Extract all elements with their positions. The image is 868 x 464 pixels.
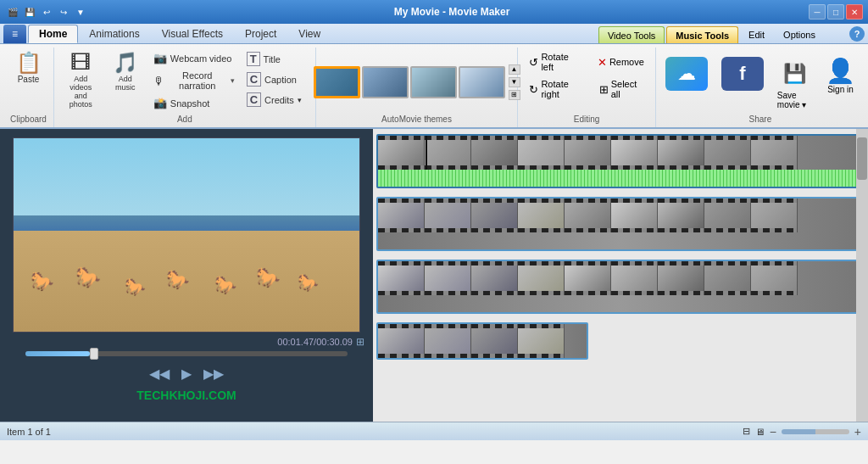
play-btn[interactable]: ▶	[176, 363, 197, 383]
snapshot-btn[interactable]: 📸 Snapshot	[149, 94, 239, 112]
window-title: My Movie - Movie Maker	[95, 6, 809, 18]
theme-thumb-4[interactable]	[459, 66, 505, 98]
playback-controls: ◀◀ ▶ ▶▶	[149, 363, 224, 383]
status-icon-1[interactable]: ⊟	[743, 426, 750, 437]
facebook-btn[interactable]: f	[717, 53, 768, 95]
timeline-panel[interactable]	[373, 129, 868, 422]
share-group: ☁ f 💾 Save movie ▾ 👤 Sign in Share	[656, 48, 865, 127]
webcam-btn[interactable]: 📷 Webcam video	[149, 49, 239, 67]
window-controls: ─ □ ✕	[809, 4, 863, 20]
title-btn[interactable]: T Title	[242, 49, 310, 69]
themes-label: AutoMovie themes	[381, 115, 452, 126]
cloud-icon: ☁	[665, 57, 708, 91]
status-text: Item 1 of 1	[7, 427, 51, 437]
paste-btn[interactable]: 📋 Paste	[11, 49, 47, 87]
paste-icon: 📋	[16, 53, 42, 73]
dropdown-btn[interactable]: ▼	[73, 4, 88, 20]
caption-icon: C	[247, 72, 261, 87]
remove-icon: ✕	[598, 56, 607, 69]
help-btn[interactable]: ?	[849, 26, 865, 42]
tab-visual-effects[interactable]: Visual Effects	[151, 25, 234, 43]
status-icon-2[interactable]: 🖥	[755, 427, 765, 437]
title-bar: 🎬 💾 ↩ ↪ ▼ My Movie - Movie Maker ─ □ ✕	[0, 0, 868, 24]
webcam-icon: 📷	[153, 52, 167, 64]
scrubber-thumb[interactable]	[90, 348, 98, 360]
rewind-btn[interactable]: ◀◀	[149, 363, 170, 383]
add-group: 🎞 Add videos and photos 🎵 Add music 📷 We…	[54, 48, 316, 127]
tab-view[interactable]: View	[287, 25, 331, 43]
remove-btn[interactable]: ✕ Remove	[592, 49, 650, 75]
time-display: 00:01.47/00:30.09 ⊞	[277, 336, 364, 348]
theme-thumb-3[interactable]	[410, 66, 457, 98]
theme-thumb-1[interactable]	[314, 66, 360, 98]
clipboard-group: 📋 Paste Clipboard	[3, 48, 54, 127]
rotate-right-btn[interactable]: ↻ Rotate right	[523, 76, 589, 102]
sign-in-btn[interactable]: 👤 Sign in	[821, 53, 860, 98]
zoom-out-btn[interactable]: −	[770, 425, 776, 439]
timeline-track-3[interactable]	[376, 260, 865, 314]
add-label: Add	[177, 115, 192, 126]
app-icon: 🎬	[5, 4, 20, 20]
main-area: 🐎 🐎 🐎 🐎 🐎 🐎 🐎 00:01.47/00:30.09 ⊞ ◀◀	[0, 129, 868, 422]
title-icon: T	[247, 52, 260, 66]
undo-btn[interactable]: ↩	[39, 4, 54, 20]
rotate-right-icon: ↻	[529, 83, 538, 96]
timeline-scrollbar[interactable]	[856, 129, 868, 422]
timeline-track-4[interactable]	[376, 322, 588, 360]
tab-video-tools[interactable]: Video Tools	[598, 26, 665, 43]
clipboard-label: Clipboard	[10, 115, 47, 126]
playhead	[426, 136, 427, 170]
tab-edit[interactable]: Edit	[740, 26, 773, 43]
quick-access: 🎬 💾 ↩ ↪ ▼	[5, 4, 88, 20]
theme-thumb-2[interactable]	[362, 66, 409, 98]
credits-btn[interactable]: C Credits ▾	[242, 90, 310, 109]
save-movie-btn[interactable]: 💾 Save movie ▾	[773, 53, 816, 114]
watermark: TECHKHOJI.COM	[136, 389, 236, 402]
credits-icon: C	[247, 92, 261, 107]
tab-home[interactable]: Home	[28, 25, 78, 43]
timeline-track-2[interactable]	[376, 197, 865, 251]
timeline-track-1[interactable]	[376, 134, 865, 188]
file-menu-btn[interactable]: ≡	[3, 25, 26, 43]
maximize-btn[interactable]: □	[827, 4, 844, 20]
save-movie-icon: 💾	[777, 57, 811, 91]
select-all-icon: ⊞	[599, 83, 609, 96]
timestamp: 00:01.47/00:30.09	[277, 337, 353, 347]
tab-music-tools[interactable]: Music Tools	[666, 26, 738, 43]
tab-bar: ≡ Home Animations Visual Effects Project…	[0, 24, 868, 44]
minimize-btn[interactable]: ─	[809, 4, 826, 20]
track-video-3	[378, 261, 863, 312]
cloud-btn[interactable]: ☁	[661, 53, 712, 95]
track-audio-1	[378, 170, 863, 187]
save-quick-btn[interactable]: 💾	[22, 4, 37, 20]
status-bar: Item 1 of 1 ⊟ 🖥 − +	[0, 422, 868, 440]
redo-btn[interactable]: ↪	[56, 4, 71, 20]
zoom-in-btn[interactable]: +	[854, 425, 861, 439]
video-preview: 🐎 🐎 🐎 🐎 🐎 🐎 🐎	[13, 137, 360, 333]
add-videos-btn[interactable]: 🎞 Add videos and photos	[59, 49, 103, 112]
record-btn[interactable]: 🎙 Record narration ▾	[149, 68, 239, 93]
forward-btn[interactable]: ▶▶	[203, 363, 224, 383]
facebook-icon: f	[721, 57, 764, 91]
tab-animations[interactable]: Animations	[78, 25, 150, 43]
music-icon: 🎵	[113, 53, 138, 73]
status-right: ⊟ 🖥 − +	[743, 425, 861, 439]
close-btn[interactable]: ✕	[846, 4, 863, 20]
rotate-left-btn[interactable]: ↺ Rotate left	[523, 49, 587, 75]
zoom-slider[interactable]	[782, 429, 849, 434]
editing-group: ↺ Rotate left ✕ Remove ↻ Rotate right ⊞	[518, 48, 655, 127]
tab-options[interactable]: Options	[775, 26, 824, 43]
video-icon: 🎞	[70, 53, 91, 73]
sign-in-icon: 👤	[826, 57, 855, 85]
tab-project[interactable]: Project	[234, 25, 287, 43]
caption-btn[interactable]: C Caption	[242, 70, 310, 89]
record-icon: 🎙	[153, 75, 164, 87]
scrollbar-thumb[interactable]	[857, 137, 867, 180]
add-music-btn[interactable]: 🎵 Add music	[105, 49, 146, 95]
track-video-1	[378, 136, 863, 170]
scrubber-track[interactable]	[25, 351, 348, 356]
track-audio-2	[378, 249, 863, 251]
share-label: Share	[749, 115, 772, 126]
expand-btn[interactable]: ⊞	[356, 336, 364, 348]
select-all-btn[interactable]: ⊞ Select all	[593, 76, 650, 102]
